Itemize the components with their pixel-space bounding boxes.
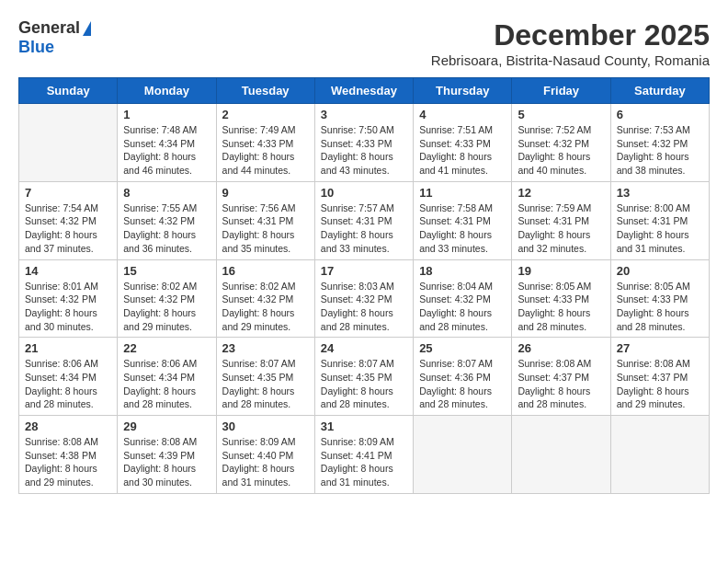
day-info: Sunrise: 8:07 AM Sunset: 4:35 PM Dayligh… [222, 357, 309, 411]
calendar-day-cell: 13Sunrise: 8:00 AM Sunset: 4:31 PM Dayli… [610, 181, 709, 259]
day-number: 25 [419, 341, 506, 355]
day-number: 7 [25, 186, 111, 200]
day-number: 19 [518, 264, 604, 278]
calendar-header-cell: Friday [512, 78, 610, 104]
day-number: 24 [321, 341, 407, 355]
day-info: Sunrise: 8:01 AM Sunset: 4:32 PM Dayligh… [25, 280, 111, 334]
day-info: Sunrise: 8:03 AM Sunset: 4:32 PM Dayligh… [321, 280, 407, 334]
day-number: 1 [123, 108, 210, 121]
calendar-day-cell: 10Sunrise: 7:57 AM Sunset: 4:31 PM Dayli… [314, 181, 413, 259]
day-info: Sunrise: 8:06 AM Sunset: 4:34 PM Dayligh… [123, 357, 210, 411]
calendar-day-cell: 19Sunrise: 8:05 AM Sunset: 4:33 PM Dayli… [512, 259, 610, 338]
calendar-day-cell: 8Sunrise: 7:55 AM Sunset: 4:32 PM Daylig… [118, 181, 216, 259]
calendar-header-cell: Tuesday [216, 78, 314, 104]
calendar-header-cell: Saturday [610, 78, 709, 104]
day-number: 31 [321, 419, 407, 433]
logo: General Blue [18, 18, 91, 57]
calendar-day-cell: 5Sunrise: 7:52 AM Sunset: 4:32 PM Daylig… [512, 104, 610, 182]
day-info: Sunrise: 7:52 AM Sunset: 4:32 PM Dayligh… [518, 123, 604, 178]
day-number: 17 [321, 264, 407, 278]
calendar-day-cell: 21Sunrise: 8:06 AM Sunset: 4:34 PM Dayli… [19, 338, 118, 416]
day-info: Sunrise: 8:08 AM Sunset: 4:39 PM Dayligh… [123, 435, 210, 489]
calendar-title: December 2025 [431, 18, 710, 52]
day-number: 15 [123, 264, 210, 278]
logo-blue: Blue [18, 38, 54, 57]
calendar-day-cell [19, 104, 118, 182]
day-info: Sunrise: 8:02 AM Sunset: 4:32 PM Dayligh… [123, 280, 210, 334]
calendar-day-cell: 18Sunrise: 8:04 AM Sunset: 4:32 PM Dayli… [414, 259, 512, 338]
day-info: Sunrise: 8:08 AM Sunset: 4:38 PM Dayligh… [25, 435, 111, 489]
calendar-day-cell: 28Sunrise: 8:08 AM Sunset: 4:38 PM Dayli… [19, 416, 118, 494]
title-area: December 2025 Rebrisoara, Bistrita-Nasau… [431, 18, 710, 68]
calendar-day-cell: 26Sunrise: 8:08 AM Sunset: 4:37 PM Dayli… [512, 338, 610, 416]
calendar-subtitle: Rebrisoara, Bistrita-Nasaud County, Roma… [431, 52, 710, 68]
day-number: 3 [321, 108, 407, 121]
day-number: 29 [123, 419, 210, 433]
calendar-day-cell: 6Sunrise: 7:53 AM Sunset: 4:32 PM Daylig… [610, 104, 709, 182]
calendar-day-cell: 30Sunrise: 8:09 AM Sunset: 4:40 PM Dayli… [216, 416, 314, 494]
calendar-day-cell: 20Sunrise: 8:05 AM Sunset: 4:33 PM Dayli… [610, 259, 709, 338]
calendar-header-cell: Wednesday [314, 78, 413, 104]
calendar-day-cell: 24Sunrise: 8:07 AM Sunset: 4:35 PM Dayli… [314, 338, 413, 416]
calendar-day-cell: 12Sunrise: 7:59 AM Sunset: 4:31 PM Dayli… [512, 181, 610, 259]
day-number: 27 [617, 341, 703, 355]
calendar-header-row: SundayMondayTuesdayWednesdayThursdayFrid… [19, 78, 710, 104]
day-info: Sunrise: 8:06 AM Sunset: 4:34 PM Dayligh… [25, 357, 111, 411]
day-info: Sunrise: 7:55 AM Sunset: 4:32 PM Dayligh… [123, 201, 210, 256]
logo-general: General [18, 18, 80, 38]
calendar-day-cell: 3Sunrise: 7:50 AM Sunset: 4:33 PM Daylig… [314, 104, 413, 182]
day-number: 23 [222, 341, 309, 355]
calendar-day-cell [610, 416, 709, 494]
day-number: 11 [419, 186, 506, 200]
calendar-day-cell: 9Sunrise: 7:56 AM Sunset: 4:31 PM Daylig… [216, 181, 314, 259]
day-info: Sunrise: 8:07 AM Sunset: 4:36 PM Dayligh… [419, 357, 506, 411]
day-number: 5 [518, 108, 604, 121]
day-info: Sunrise: 7:48 AM Sunset: 4:34 PM Dayligh… [123, 123, 210, 178]
calendar-week-row: 1Sunrise: 7:48 AM Sunset: 4:34 PM Daylig… [19, 104, 710, 182]
day-info: Sunrise: 8:04 AM Sunset: 4:32 PM Dayligh… [419, 280, 506, 334]
calendar-day-cell: 4Sunrise: 7:51 AM Sunset: 4:33 PM Daylig… [414, 104, 512, 182]
calendar-day-cell [414, 416, 512, 494]
calendar-day-cell: 2Sunrise: 7:49 AM Sunset: 4:33 PM Daylig… [216, 104, 314, 182]
day-info: Sunrise: 8:05 AM Sunset: 4:33 PM Dayligh… [518, 280, 604, 334]
day-number: 13 [617, 186, 703, 200]
day-info: Sunrise: 7:57 AM Sunset: 4:31 PM Dayligh… [321, 201, 407, 256]
day-info: Sunrise: 7:53 AM Sunset: 4:32 PM Dayligh… [617, 123, 703, 178]
day-number: 18 [419, 264, 506, 278]
day-number: 30 [222, 419, 309, 433]
day-number: 9 [222, 186, 309, 200]
day-info: Sunrise: 7:51 AM Sunset: 4:33 PM Dayligh… [419, 123, 506, 178]
calendar-day-cell: 11Sunrise: 7:58 AM Sunset: 4:31 PM Dayli… [414, 181, 512, 259]
day-number: 10 [321, 186, 407, 200]
calendar-week-row: 7Sunrise: 7:54 AM Sunset: 4:32 PM Daylig… [19, 181, 710, 259]
calendar-day-cell: 7Sunrise: 7:54 AM Sunset: 4:32 PM Daylig… [19, 181, 118, 259]
calendar-day-cell: 23Sunrise: 8:07 AM Sunset: 4:35 PM Dayli… [216, 338, 314, 416]
calendar-day-cell: 25Sunrise: 8:07 AM Sunset: 4:36 PM Dayli… [414, 338, 512, 416]
day-info: Sunrise: 7:49 AM Sunset: 4:33 PM Dayligh… [222, 123, 309, 178]
day-number: 28 [25, 419, 111, 433]
logo-icon [83, 21, 91, 36]
day-number: 16 [222, 264, 309, 278]
day-number: 12 [518, 186, 604, 200]
calendar-header-cell: Sunday [19, 78, 118, 104]
day-number: 21 [25, 341, 111, 355]
day-number: 20 [617, 264, 703, 278]
calendar-day-cell: 29Sunrise: 8:08 AM Sunset: 4:39 PM Dayli… [118, 416, 216, 494]
calendar-day-cell: 22Sunrise: 8:06 AM Sunset: 4:34 PM Dayli… [118, 338, 216, 416]
day-number: 6 [617, 108, 703, 121]
calendar-day-cell: 27Sunrise: 8:08 AM Sunset: 4:37 PM Dayli… [610, 338, 709, 416]
calendar-day-cell: 31Sunrise: 8:09 AM Sunset: 4:41 PM Dayli… [314, 416, 413, 494]
day-info: Sunrise: 8:09 AM Sunset: 4:41 PM Dayligh… [321, 435, 407, 489]
calendar-week-row: 14Sunrise: 8:01 AM Sunset: 4:32 PM Dayli… [19, 259, 710, 338]
calendar-header-cell: Monday [118, 78, 216, 104]
day-number: 4 [419, 108, 506, 121]
day-info: Sunrise: 8:09 AM Sunset: 4:40 PM Dayligh… [222, 435, 309, 489]
calendar-day-cell [512, 416, 610, 494]
day-info: Sunrise: 8:00 AM Sunset: 4:31 PM Dayligh… [617, 201, 703, 256]
day-number: 26 [518, 341, 604, 355]
day-info: Sunrise: 7:56 AM Sunset: 4:31 PM Dayligh… [222, 201, 309, 256]
day-info: Sunrise: 8:08 AM Sunset: 4:37 PM Dayligh… [617, 357, 703, 411]
calendar-table: SundayMondayTuesdayWednesdayThursdayFrid… [18, 77, 710, 494]
day-info: Sunrise: 7:58 AM Sunset: 4:31 PM Dayligh… [419, 201, 506, 256]
day-info: Sunrise: 8:02 AM Sunset: 4:32 PM Dayligh… [222, 280, 309, 334]
